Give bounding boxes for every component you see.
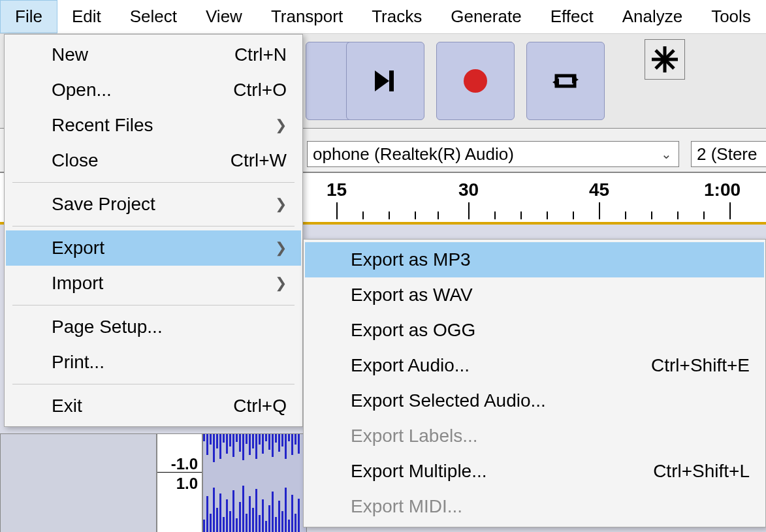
- submenu-arrow-icon: ❯: [275, 240, 287, 257]
- timeline-label: 1:00: [704, 180, 741, 200]
- menu-separator: [12, 226, 295, 227]
- menu-item-edit[interactable]: Edit: [57, 0, 116, 33]
- menu-item-shortcut: Ctrl+O: [233, 80, 287, 101]
- export-as-mp3[interactable]: Export as MP3: [305, 242, 764, 277]
- menu-item-label: Print...: [52, 352, 287, 373]
- menu-item-label: Save Project: [52, 194, 249, 215]
- svg-rect-1: [389, 70, 394, 91]
- export-as-wav[interactable]: Export as WAV: [305, 277, 764, 313]
- menu-item-label: Export as MP3: [351, 249, 750, 270]
- file-menu-open[interactable]: Open... Ctrl+O: [6, 72, 301, 108]
- menu-item-label: Export: [52, 238, 249, 258]
- menu-item-label: Export Labels...: [351, 426, 750, 446]
- loop-icon: [550, 65, 581, 97]
- timeline-label: 30: [458, 180, 479, 200]
- menu-item-label: Exit: [52, 396, 207, 416]
- timeline-label: 45: [589, 180, 609, 200]
- recording-channels-value: 2 (Stere: [697, 144, 758, 164]
- menu-item-label: Export as OGG: [351, 320, 750, 341]
- menu-separator: [12, 305, 295, 305]
- menu-item-tracks[interactable]: Tracks: [357, 0, 436, 33]
- export-labels: Export Labels...: [305, 418, 764, 454]
- export-midi: Export MIDI...: [305, 489, 764, 524]
- timeline-ticks: [307, 200, 766, 219]
- submenu-arrow-icon: ❯: [275, 275, 287, 292]
- recording-device-value: ophone (Realtek(R) Audio): [313, 144, 514, 164]
- file-menu-page-setup[interactable]: Page Setup...: [6, 309, 301, 345]
- menu-item-select[interactable]: Select: [116, 0, 191, 33]
- menu-separator: [12, 384, 295, 384]
- record-icon: [460, 65, 491, 97]
- menu-item-analyze[interactable]: Analyze: [608, 0, 697, 33]
- skip-end-icon: [370, 65, 401, 97]
- menu-item-shortcut: Ctrl+N: [234, 44, 287, 65]
- svg-marker-0: [375, 70, 389, 91]
- waveform-display[interactable]: [202, 433, 307, 532]
- menu-item-label: New: [52, 44, 208, 65]
- menu-item-label: Export Selected Audio...: [351, 390, 750, 411]
- menu-item-label: Page Setup...: [52, 317, 287, 337]
- menu-separator: [12, 182, 295, 183]
- svg-point-2: [464, 69, 487, 93]
- submenu-arrow-icon: ❯: [275, 196, 287, 213]
- multi-tool-button[interactable]: [645, 39, 685, 80]
- menu-item-label: Export MIDI...: [351, 496, 750, 517]
- export-audio[interactable]: Export Audio... Ctrl+Shift+E: [305, 348, 764, 383]
- menu-item-label: Import: [52, 273, 249, 294]
- menu-item-label: Export Audio...: [351, 355, 625, 376]
- submenu-arrow-icon: ❯: [275, 117, 287, 134]
- recording-channels-select[interactable]: 2 (Stere: [691, 141, 766, 167]
- menu-item-label: Open...: [52, 80, 207, 101]
- skip-end-button[interactable]: [346, 42, 424, 120]
- timeline-label: 15: [327, 180, 347, 200]
- file-menu-dropdown: New Ctrl+N Open... Ctrl+O Recent Files ❯…: [4, 34, 303, 427]
- menu-item-label: Close: [52, 150, 204, 171]
- menu-item-label: Recent Files: [52, 115, 249, 136]
- track-control-panel[interactable]: [0, 433, 157, 532]
- file-menu-exit[interactable]: Exit Ctrl+Q: [6, 388, 301, 424]
- export-selected-audio[interactable]: Export Selected Audio...: [305, 383, 764, 418]
- menu-item-shortcut: Ctrl+W: [231, 150, 287, 171]
- menu-item-tools[interactable]: Tools: [697, 0, 765, 33]
- recording-device-select[interactable]: ophone (Realtek(R) Audio) ⌄: [307, 141, 679, 167]
- export-as-ogg[interactable]: Export as OGG: [305, 313, 764, 348]
- menu-item-shortcut: Ctrl+Shift+L: [653, 461, 750, 482]
- menu-item-shortcut: Ctrl+Q: [233, 396, 287, 416]
- menu-item-effect[interactable]: Effect: [536, 0, 608, 33]
- menu-item-view[interactable]: View: [191, 0, 257, 33]
- vruler-label: -1.0: [171, 455, 198, 473]
- file-menu-new[interactable]: New Ctrl+N: [6, 37, 301, 72]
- record-button[interactable]: [436, 42, 515, 120]
- file-menu-export[interactable]: Export ❯: [6, 230, 301, 266]
- menu-item-transport[interactable]: Transport: [257, 0, 357, 33]
- vruler-label: 1.0: [176, 475, 198, 493]
- multitool-icon: [650, 45, 679, 74]
- file-menu-import[interactable]: Import ❯: [6, 266, 301, 301]
- loop-button[interactable]: [526, 42, 605, 120]
- file-menu-close[interactable]: Close Ctrl+W: [6, 143, 301, 178]
- menubar: File Edit Select View Transport Tracks G…: [0, 0, 766, 34]
- export-multiple[interactable]: Export Multiple... Ctrl+Shift+L: [305, 454, 764, 489]
- menu-item-label: Export as WAV: [351, 285, 750, 305]
- file-menu-save-project[interactable]: Save Project ❯: [6, 187, 301, 222]
- menu-item-generate[interactable]: Generate: [436, 0, 535, 33]
- menu-item-shortcut: Ctrl+Shift+E: [651, 355, 750, 376]
- file-menu-recent-files[interactable]: Recent Files ❯: [6, 108, 301, 143]
- file-menu-print[interactable]: Print...: [6, 345, 301, 380]
- chevron-down-icon: ⌄: [661, 146, 672, 162]
- menu-item-file[interactable]: File: [0, 0, 57, 33]
- export-submenu-dropdown: Export as MP3 Export as WAV Export as OG…: [303, 239, 766, 527]
- menu-item-label: Export Multiple...: [351, 461, 627, 482]
- vertical-ruler: -1.0 1.0: [157, 433, 202, 532]
